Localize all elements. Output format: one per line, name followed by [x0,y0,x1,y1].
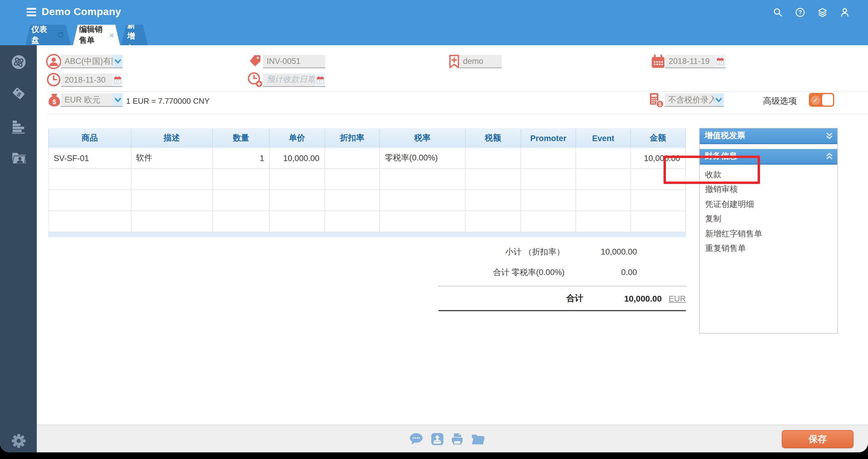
cell[interactable] [521,148,576,168]
cell[interactable] [380,169,465,189]
reference-input[interactable]: demo [459,55,501,68]
badge-atom-icon[interactable] [10,54,27,70]
menu-item[interactable]: 收款 [700,167,837,182]
order-date-value[interactable]: 2018-11-19 [665,55,715,67]
order-date-input[interactable]: 2018-11-19 17 [665,55,725,68]
column-header-8[interactable]: Promoter [521,129,576,148]
cell[interactable] [270,169,325,189]
reference-value[interactable]: demo [459,55,501,67]
cell[interactable] [48,169,131,189]
cell[interactable] [325,190,380,211]
column-header-5[interactable]: 折扣率 [325,129,380,148]
invoice-number-value[interactable]: INV-0051 [263,55,325,67]
advanced-options-toggle[interactable]: ✓ [809,93,834,107]
cell[interactable] [631,190,685,211]
cell[interactable] [131,211,213,232]
cell[interactable] [380,211,465,232]
cell[interactable] [521,169,576,189]
expected-payment-date-placeholder[interactable]: 预计收款日期 [263,73,315,86]
search-icon[interactable] [773,7,783,17]
cell[interactable] [380,190,465,211]
date-picker-icon[interactable]: 17 [315,73,325,86]
cell[interactable] [270,211,325,232]
gear-icon[interactable] [10,433,27,449]
currency-value[interactable]: EUR 欧元 [61,93,113,106]
column-header-4[interactable]: 单价 [270,129,325,148]
invoice-number-input[interactable]: INV-0051 [263,55,325,68]
cell[interactable] [576,190,631,211]
double-chevron-down-icon[interactable] [825,131,834,140]
due-date-input[interactable]: 2018-11-30 17 [61,73,122,87]
cell[interactable]: 软件 [131,148,213,168]
cell[interactable] [325,211,380,232]
tab-edit-sales-order[interactable]: 编辑销售单 × [73,25,120,45]
menu-item[interactable]: 重复销售单 [700,241,837,256]
cell[interactable] [270,190,325,211]
help-icon[interactable]: ? [795,7,805,17]
column-header-10[interactable]: 金额 [631,129,685,148]
cell[interactable] [131,190,213,211]
layers-icon[interactable] [817,7,828,17]
cell[interactable]: SV-SF-01 [48,148,131,168]
column-header-7[interactable]: 税额 [465,129,521,148]
cell[interactable] [48,190,131,211]
column-header-2[interactable]: 描述 [131,129,213,148]
cell[interactable] [213,169,270,189]
save-button[interactable]: 保存 [782,430,854,448]
menu-item[interactable]: 新增红字销售单 [700,226,837,241]
date-picker-icon[interactable]: 17 [112,73,122,86]
column-header-6[interactable]: 税率 [380,129,465,148]
cell[interactable] [465,169,521,189]
cell[interactable]: 10,000.00 [270,148,325,168]
date-picker-icon[interactable]: 17 [715,55,725,67]
chevron-down-icon[interactable] [714,93,723,106]
tab-dashboard[interactable]: 仪表盘 [25,25,70,45]
currency-link[interactable]: EUR [669,294,686,303]
cell[interactable] [131,169,213,189]
cell[interactable] [631,169,685,189]
cell[interactable] [48,211,131,232]
tax-entry-select[interactable]: 不含税价录入 [664,93,723,107]
section-vat-invoice[interactable]: 增值税发票 [700,128,837,144]
cell[interactable] [576,169,631,189]
print-icon[interactable] [450,432,464,446]
price-tag-icon[interactable]: $ [10,85,27,102]
menu-item[interactable]: 凭证创建明细 [700,197,837,212]
folder-icon[interactable] [470,432,485,446]
cell[interactable] [213,211,270,232]
cell[interactable] [576,211,631,232]
cell[interactable] [465,211,521,232]
menu-item[interactable]: 撤销审核 [700,182,837,197]
cell[interactable]: 零税率(0.00%) [380,148,465,168]
comment-icon[interactable] [409,432,424,446]
cell[interactable] [213,190,270,211]
double-chevron-up-icon[interactable] [825,152,834,160]
cell[interactable] [325,169,380,189]
menu-item[interactable]: 复制 [700,212,837,226]
column-header-9[interactable]: Event [576,129,631,148]
cell[interactable] [465,190,521,211]
chevron-down-icon[interactable] [113,93,122,106]
cell[interactable] [576,148,631,168]
column-header-1[interactable]: 商品 [48,129,131,148]
section-finance-info[interactable]: 财务信息 [700,149,837,164]
cell[interactable] [631,211,685,232]
customer-value[interactable]: ABC(中国)有限公司 [61,55,113,67]
due-date-value[interactable]: 2018-11-30 [61,73,112,86]
tab-new[interactable]: 新增 + [121,25,148,45]
customer-select[interactable]: ABC(中国)有限公司 [61,55,122,68]
chevron-down-icon[interactable] [113,55,122,67]
cell[interactable] [325,148,380,168]
hamburger-menu-icon[interactable] [27,8,36,16]
bar-chart-icon[interactable] [10,119,26,134]
currency-select[interactable]: EUR 欧元 [61,93,122,107]
cell[interactable] [521,190,576,211]
contacts-folder-icon[interactable] [10,150,27,166]
column-header-3[interactable]: 数量 [213,129,270,148]
cell[interactable] [521,211,576,232]
tax-entry-value[interactable]: 不含税价录入 [664,93,714,106]
user-icon[interactable] [840,7,850,17]
expected-payment-date-input[interactable]: 预计收款日期 17 [263,73,325,87]
cell[interactable]: 10,000.00 [631,148,685,168]
close-icon[interactable]: × [110,31,114,39]
